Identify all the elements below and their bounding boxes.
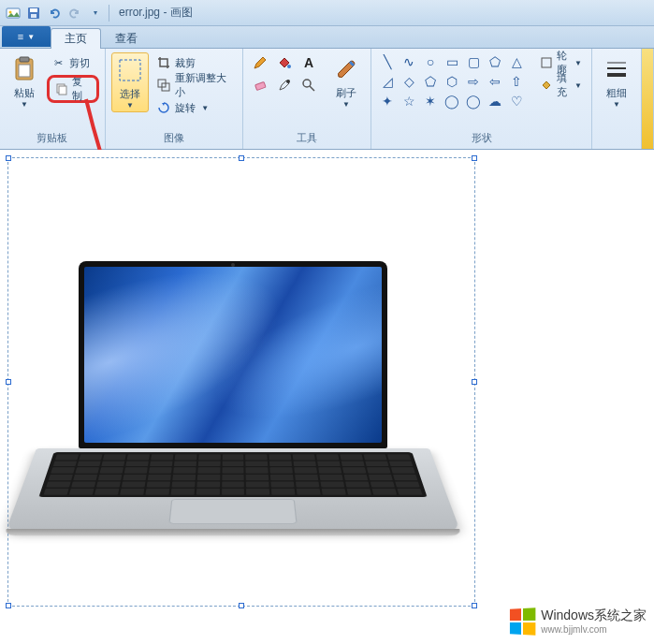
shape-star4[interactable]: ✦ [377, 92, 398, 110]
paste-button[interactable]: 粘贴 ▼ [6, 52, 43, 110]
shape-polygon[interactable]: ⬠ [485, 52, 505, 71]
handle-e[interactable] [472, 379, 477, 385]
svg-rect-7 [19, 65, 30, 77]
tool-grid: A [249, 52, 320, 118]
svg-rect-3 [30, 8, 37, 12]
copy-button[interactable]: 复制 [51, 79, 94, 99]
crop-button[interactable]: 裁剪 [153, 52, 237, 73]
svg-rect-10 [120, 60, 140, 80]
titlebar: ▾ error.jpg - 画图 [0, 0, 654, 26]
shape-arrow-right[interactable]: ⇨ [463, 72, 484, 91]
fill-button[interactable]: 填充 ▼ [536, 75, 586, 95]
shape-star5[interactable]: ☆ [399, 92, 419, 110]
svg-rect-4 [31, 14, 36, 18]
shape-rect[interactable]: ▭ [442, 52, 462, 71]
eraser-tool[interactable] [249, 75, 271, 95]
resize-button[interactable]: 重新调整大小 [153, 75, 237, 95]
rotate-label: 旋转 [175, 101, 196, 115]
handle-nw[interactable] [6, 155, 11, 161]
shape-heart[interactable]: ♡ [506, 92, 527, 110]
handle-w[interactable] [6, 379, 11, 385]
shape-line[interactable]: ╲ [377, 52, 398, 71]
outline-button[interactable]: 轮廓 ▼ [536, 52, 586, 73]
resize-label: 重新调整大小 [175, 71, 234, 99]
svg-point-15 [286, 80, 290, 83]
shape-gallery[interactable]: ╲ ∿ ○ ▭ ▢ ⬠ △ ◿ ◇ ⬠ ⬡ ⇨ ⇦ ⇧ ✦ ☆ ✶ ◯ ◯ ☁ [377, 52, 527, 110]
group-tools-label: 工具 [249, 129, 365, 147]
copy-label: 复制 [72, 75, 91, 103]
watermark-sub: www.bjjmlv.com [541, 624, 647, 635]
group-thickness-label-spacer [598, 132, 635, 147]
laptop-touchpad [168, 499, 297, 524]
shape-arrow-up[interactable]: ⇧ [506, 72, 527, 91]
shape-right-triangle[interactable]: ◿ [377, 72, 398, 91]
laptop-keyboard [38, 452, 427, 497]
save-icon[interactable] [24, 4, 43, 22]
handle-sw[interactable] [6, 603, 11, 608]
brush-button[interactable]: 刷子 ▼ [327, 52, 365, 110]
svg-rect-14 [255, 81, 266, 90]
shape-callout-round[interactable]: ◯ [442, 92, 462, 110]
cut-label: 剪切 [69, 56, 90, 70]
shape-roundrect[interactable]: ▢ [463, 52, 484, 71]
svg-rect-17 [542, 58, 551, 67]
scissors-icon: ✂ [51, 55, 65, 70]
shape-callout-oval[interactable]: ◯ [463, 92, 484, 110]
tab-home[interactable]: 主页 [51, 28, 101, 49]
chevron-down-icon: ▼ [342, 100, 350, 109]
fill-tool[interactable] [273, 52, 296, 73]
copy-icon [55, 81, 68, 96]
shape-hexagon[interactable]: ⬡ [442, 72, 462, 91]
svg-point-13 [287, 65, 291, 68]
tab-row: ≡ ▼ 主页 查看 [0, 26, 654, 49]
shape-triangle[interactable]: △ [506, 52, 527, 71]
cut-button[interactable]: ✂ 剪切 [47, 52, 99, 73]
group-image: 选择 ▼ 裁剪 重新调整大小 [106, 49, 243, 149]
color-picker-tool[interactable] [273, 75, 296, 95]
chevron-down-icon: ▼ [27, 33, 35, 41]
handle-se[interactable] [472, 603, 477, 608]
pencil-tool[interactable] [249, 52, 271, 73]
file-tab[interactable]: ≡ ▼ [2, 26, 51, 47]
shape-oval[interactable]: ○ [420, 52, 441, 71]
svg-rect-6 [20, 57, 29, 62]
undo-icon[interactable] [45, 4, 64, 22]
rotate-icon [156, 100, 171, 115]
chevron-down-icon: ▼ [613, 100, 620, 109]
tab-view[interactable]: 查看 [101, 28, 152, 49]
resize-icon [156, 78, 170, 93]
chevron-down-icon: ▼ [201, 104, 209, 112]
filename-text: error.jpg [119, 6, 160, 19]
app-icon[interactable] [4, 4, 22, 22]
ribbon: 粘贴 ▼ ✂ 剪切 复制 剪贴板 [0, 49, 654, 150]
thickness-button[interactable]: 粗细 ▼ [598, 52, 635, 110]
chevron-down-icon: ▼ [126, 101, 134, 110]
handle-n[interactable] [239, 155, 244, 161]
canvas-image-laptop [36, 261, 429, 584]
group-image-label: 图像 [111, 129, 237, 147]
rotate-button[interactable]: 旋转 ▼ [153, 97, 237, 118]
crop-icon [156, 55, 171, 70]
fill-icon [540, 78, 553, 93]
magnifier-tool[interactable] [298, 75, 320, 95]
selection-canvas[interactable] [7, 157, 475, 607]
watermark: Windows系统之家 www.bjjmlv.com [509, 607, 647, 635]
group-shapes: ╲ ∿ ○ ▭ ▢ ⬠ △ ◿ ◇ ⬠ ⬡ ⇨ ⇦ ⇧ ✦ ☆ ✶ ◯ ◯ ☁ [371, 49, 592, 149]
group-shapes-label: 形状 [377, 129, 586, 147]
select-button[interactable]: 选择 ▼ [111, 52, 150, 112]
shape-pentagon[interactable]: ⬠ [420, 72, 441, 91]
text-tool[interactable]: A [298, 52, 320, 73]
brush-icon [331, 54, 361, 84]
chevron-down-icon: ▼ [574, 59, 582, 67]
shape-arrow-left[interactable]: ⇦ [485, 72, 505, 91]
shape-star6[interactable]: ✶ [420, 92, 441, 110]
handle-s[interactable] [239, 603, 244, 608]
paste-label: 粘贴 [14, 86, 35, 100]
shape-callout-cloud[interactable]: ☁ [485, 92, 505, 110]
redo-icon[interactable] [65, 4, 84, 22]
qat-dropdown-icon[interactable]: ▾ [86, 4, 105, 22]
shape-diamond[interactable]: ◇ [399, 72, 419, 91]
shape-curve[interactable]: ∿ [399, 52, 419, 71]
handle-ne[interactable] [472, 155, 477, 161]
crop-label: 裁剪 [175, 56, 196, 70]
